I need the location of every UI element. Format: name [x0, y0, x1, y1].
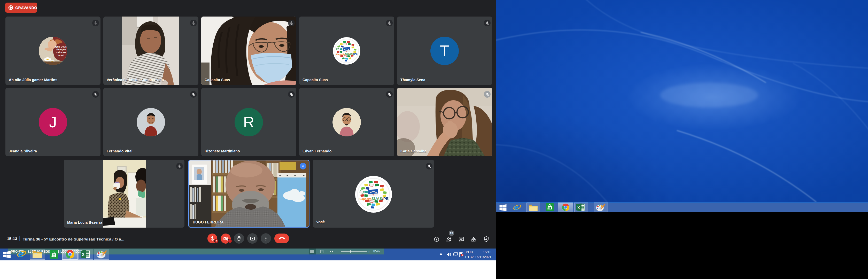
svg-text:lares!: lares!: [58, 54, 64, 57]
svg-text:e: e: [18, 249, 24, 259]
svg-text:X: X: [578, 206, 580, 210]
svg-text:Que Deus: Que Deus: [55, 45, 67, 48]
svg-text:todos os: todos os: [56, 51, 66, 54]
svg-text:abençoe: abençoe: [56, 48, 66, 51]
svg-text:e: e: [514, 203, 519, 212]
svg-text:X: X: [82, 252, 85, 257]
